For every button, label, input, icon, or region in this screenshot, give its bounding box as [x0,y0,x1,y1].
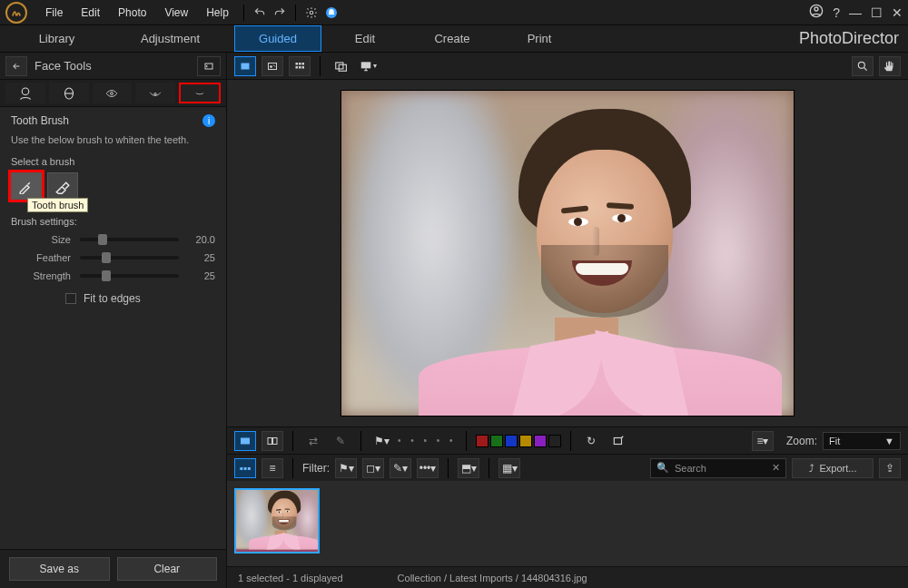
app-logo [5,2,27,24]
color-labels[interactable] [476,435,561,447]
face-tool-tabs [0,80,226,107]
filter-label-icon[interactable]: ◻▾ [362,458,384,478]
rating-dots[interactable]: • • • • • [398,436,457,446]
gear-icon[interactable] [301,3,321,23]
menu-file[interactable]: File [36,0,72,24]
thumb-size-small-icon[interactable]: ▪▪▪ [234,458,256,478]
zoom-select[interactable]: Fit▼ [823,432,901,450]
slider-size-track[interactable] [80,238,179,241]
fit-edges-checkbox[interactable] [65,293,76,304]
minimize-icon[interactable]: — [849,5,862,20]
brush-tooth[interactable] [11,172,42,200]
left-panel: Face Tools Tooth Brush i Use the below b… [0,53,227,588]
stack-icon[interactable]: ⬒▾ [458,458,479,478]
slider-feather-track[interactable] [80,256,179,260]
slider-feather[interactable]: Feather 25 [11,252,215,263]
svg-rect-22 [241,437,250,444]
tooltip: Tooth brush [27,198,88,212]
label-blue[interactable] [505,435,518,447]
panel-title: Face Tools [35,59,92,73]
svg-point-5 [22,88,29,95]
notification-icon[interactable] [321,3,341,23]
menu-edit[interactable]: Edit [72,0,109,24]
menu-help[interactable]: Help [197,0,238,24]
canvas[interactable] [227,80,908,426]
view-toolbar: ▾ [227,53,908,80]
search-input[interactable]: 🔍 Search ✕ [650,458,786,478]
compare-split-icon[interactable] [262,431,283,451]
nav-library[interactable]: Library [0,25,114,52]
slider-strength[interactable]: Strength 25 [11,270,215,281]
label-none[interactable] [548,435,561,447]
help-icon[interactable]: ? [833,5,840,20]
sort-icon[interactable]: ≡▾ [752,431,774,451]
pan-tool-icon[interactable] [879,56,901,76]
color-filter-icon[interactable]: ▦▾ [498,458,520,478]
view-single-icon[interactable] [234,56,256,76]
menu-view[interactable]: View [155,0,197,24]
nav-adjustment[interactable]: Adjustment [114,25,227,52]
separator [466,431,467,451]
filter-edited-icon[interactable]: ✎▾ [390,458,411,478]
back-icon[interactable] [5,56,27,76]
label-purple[interactable] [534,435,547,447]
flag-icon[interactable]: ⚑▾ [370,431,392,451]
thumb-list-icon[interactable]: ≡ [262,458,283,478]
clear-search-icon[interactable]: ✕ [772,462,780,474]
search-placeholder: Search [675,463,766,474]
zoom-label: Zoom: [786,435,817,447]
user-icon[interactable] [809,4,824,21]
redo-icon[interactable] [270,3,290,23]
face-tab-reshape[interactable] [49,83,89,103]
nav-create[interactable]: Create [409,25,496,52]
save-as-button[interactable]: Save as [9,557,110,581]
separator [292,458,293,478]
filter-rating-icon[interactable]: •••▾ [417,458,439,478]
fit-edges-row[interactable]: Fit to edges [11,292,215,305]
thumbnail[interactable] [234,488,320,554]
compare-off-icon[interactable] [234,431,256,451]
crop-icon[interactable] [607,431,629,451]
app-brand: PhotoDirector [799,25,899,52]
nav-edit[interactable]: Edit [321,25,409,52]
secondary-display-icon[interactable]: ▾ [357,56,379,76]
clear-button[interactable]: Clear [117,557,218,581]
label-red[interactable] [476,435,489,447]
face-tab-eye-closed[interactable] [135,83,175,103]
export-button[interactable]: ⤴ Export... [792,458,873,478]
zoom-tool-icon[interactable] [852,56,873,76]
brush-picker: Tooth brush [11,172,215,200]
swap-icon[interactable]: ⇄ [302,431,324,451]
rotate-icon[interactable]: ↻ [580,431,602,451]
share-icon[interactable]: ⇪ [879,458,901,478]
brush-eraser[interactable] [47,172,78,200]
slider-size[interactable]: Size 20.0 [11,234,215,245]
reset-panel-icon[interactable] [197,56,221,76]
view-grid-icon[interactable] [289,56,311,76]
face-tab-eye-open[interactable] [93,83,133,103]
maximize-icon[interactable]: ☐ [871,5,883,20]
face-tab-skin[interactable] [5,83,45,103]
section-hint: Use the below brush to whiten the teeth. [11,134,215,145]
svg-point-21 [858,62,864,68]
nav-guided[interactable]: Guided [234,25,321,52]
window-controls: ? — ☐ ✕ [809,4,903,21]
slider-strength-track[interactable] [80,274,179,278]
filter-flag-icon[interactable]: ⚑▾ [335,458,357,478]
label-yellow[interactable] [519,435,532,447]
face-tab-teeth[interactable] [179,83,221,103]
label-green[interactable] [490,435,503,447]
svg-rect-19 [339,64,346,71]
undo-icon[interactable] [250,3,270,23]
view-compare-icon[interactable] [262,56,283,76]
separator [570,431,571,451]
separator [360,431,361,451]
pen-icon[interactable]: ✎ [330,431,351,451]
info-icon[interactable]: i [202,114,215,127]
zoom-value: Fit [829,436,840,446]
close-icon[interactable]: ✕ [892,5,903,20]
fullscreen-icon[interactable] [330,56,351,76]
nav-print[interactable]: Print [496,25,583,52]
menu-photo[interactable]: Photo [109,0,155,24]
workspace: Face Tools Tooth Brush i Use the below b… [0,53,908,588]
